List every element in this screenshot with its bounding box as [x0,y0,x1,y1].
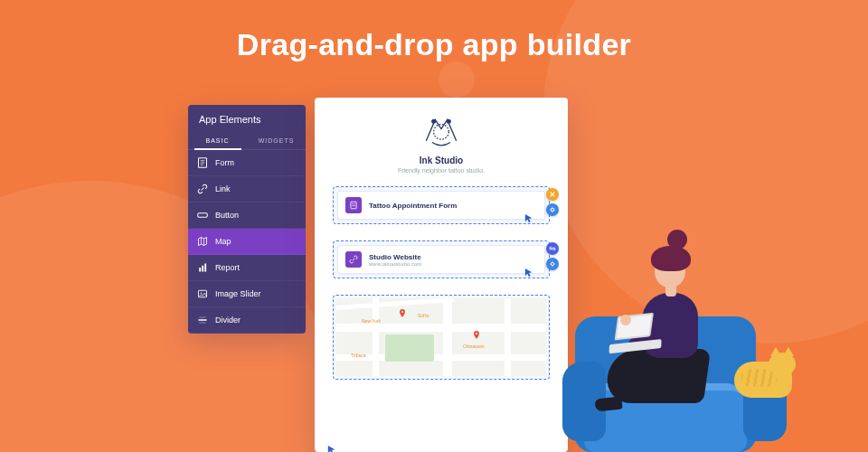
link-card-title: Studio Website [369,253,421,261]
tab-widgets[interactable]: WIDGETS [247,132,306,149]
form-icon [197,157,208,168]
map-label: Chinatown [463,344,485,349]
form-card-title: Tattoo Appointment Form [369,202,457,210]
svg-rect-7 [199,268,201,272]
cursor-icon [327,443,336,452]
element-label: Image Slider [215,289,261,298]
element-label: Button [215,211,239,220]
panel-tabs: BASIC WIDGETS [188,132,306,150]
svg-point-21 [551,208,553,211]
map-pin-icon [472,331,481,340]
business-logo [419,112,464,150]
app-elements-panel: App Elements BASIC WIDGETS Form Link But… [188,105,306,334]
business-tagline: Friendly neighbor tattoo studio. [398,167,485,174]
settings-button[interactable] [546,203,559,216]
app-canvas: Ink Studio Friendly neighbor tattoo stud… [315,98,568,452]
panel-title: App Elements [188,105,306,132]
link-icon [345,251,362,268]
element-form[interactable]: Form [188,150,306,176]
drop-slot-link[interactable]: Studio Website www.tattoostudio.com [333,240,550,278]
element-label: Report [215,263,240,272]
drop-slot-map[interactable]: New York Chinatown Tribeca SoHo [333,295,550,380]
svg-point-22 [551,262,553,265]
map-pin-icon [398,309,407,318]
divider-icon [197,315,208,325]
map-label: Tribeca [351,353,366,358]
svg-point-16 [431,119,436,124]
image-slider-icon [197,288,208,299]
element-label: Map [215,237,231,246]
map-preview[interactable]: New York Chinatown Tribeca SoHo [336,298,546,376]
form-card[interactable]: Tattoo Appointment Form [337,191,545,220]
svg-point-11 [201,293,203,295]
svg-point-15 [434,125,449,140]
svg-point-17 [447,119,451,124]
map-icon [197,236,208,247]
map-label: SoHo [418,313,429,318]
cursor-icon [524,266,533,282]
drop-slot-form[interactable]: Tattoo Appointment Form [333,186,550,224]
report-icon [197,262,208,273]
element-button[interactable]: Button [188,202,306,229]
button-icon [197,210,208,221]
element-link[interactable]: Link [188,176,306,202]
person-illustration [557,217,792,452]
svg-rect-18 [351,202,356,209]
cursor-icon [524,212,533,228]
element-image-slider[interactable]: Image Slider [188,281,306,307]
element-divider[interactable]: Divider [188,307,306,334]
svg-rect-4 [198,213,208,218]
map-label: New York [362,318,381,324]
element-report[interactable]: Report [188,255,306,281]
link-card[interactable]: Studio Website www.tattoostudio.com [337,245,545,274]
delete-button[interactable] [546,188,559,201]
element-label: Link [215,184,231,193]
link-card-subtitle: www.tattoostudio.com [369,261,421,267]
svg-point-24 [476,333,477,334]
svg-point-23 [401,311,403,313]
element-label: Divider [215,315,241,325]
cat-illustration [734,347,799,398]
business-name: Ink Studio [420,155,463,165]
hero-title: Drag-and-drop app builder [0,27,868,62]
tab-basic[interactable]: BASIC [188,132,247,149]
element-map[interactable]: Map [188,229,306,255]
svg-rect-8 [202,266,203,272]
link-icon [197,184,208,194]
svg-rect-9 [204,264,206,272]
element-label: Form [215,158,234,167]
form-icon [345,197,362,213]
